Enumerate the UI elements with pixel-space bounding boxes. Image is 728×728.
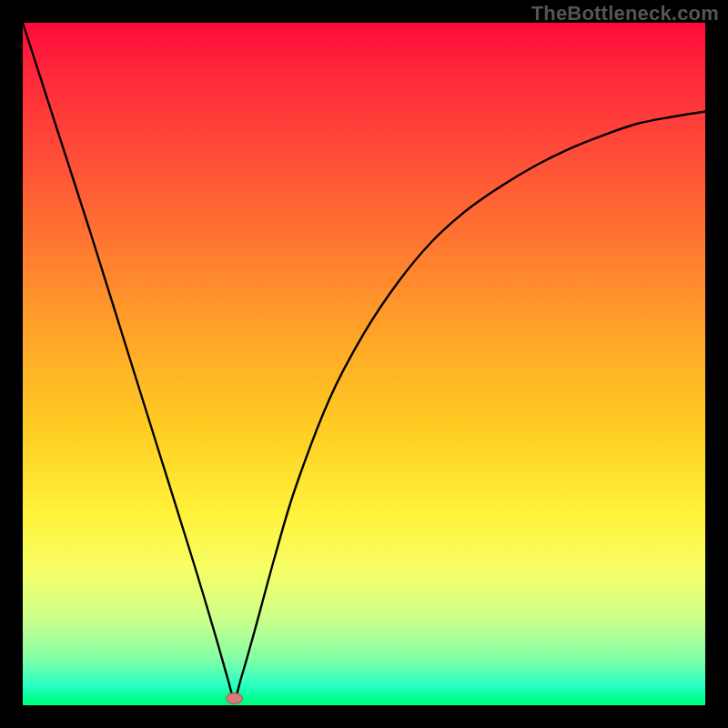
chart-frame: TheBottleneck.com	[0, 0, 728, 728]
bottleneck-curve	[23, 23, 705, 699]
min-marker	[227, 693, 243, 704]
curve-layer	[23, 23, 705, 705]
plot-area	[23, 23, 705, 705]
